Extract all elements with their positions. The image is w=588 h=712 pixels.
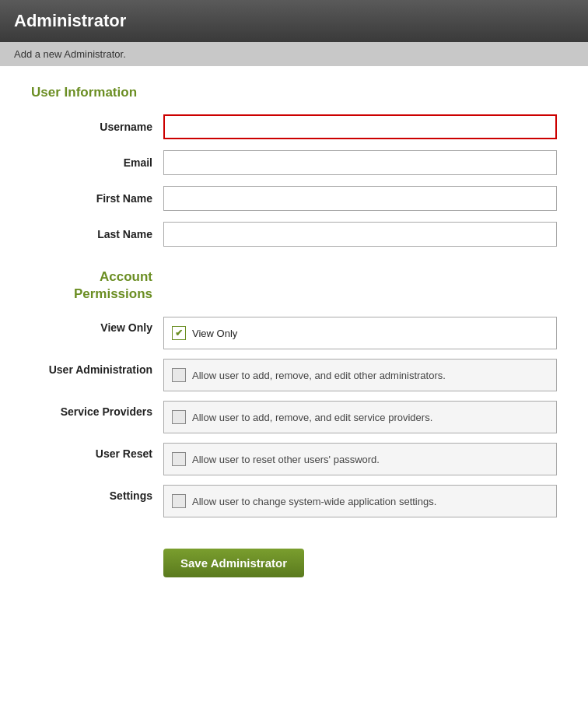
firstname-label: First Name [31, 192, 163, 205]
account-permissions-section: AccountPermissions View Only View Only U… [31, 268, 557, 517]
firstname-group: First Name [31, 186, 557, 211]
subtitle-text: Add a new Administrator. [14, 48, 126, 60]
service-providers-checkbox[interactable] [172, 410, 186, 424]
permission-view-only-row: View Only View Only [31, 317, 557, 349]
username-group: Username [31, 114, 557, 139]
user-info-title: User Information [31, 85, 557, 100]
settings-description: Allow user to change system-wide applica… [192, 496, 436, 507]
permission-service-providers-row: Service Providers Allow user to add, rem… [31, 401, 557, 433]
page-content: User Information Username Email First Na… [0, 66, 588, 609]
lastname-label: Last Name [31, 228, 163, 240]
email-label: Email [31, 156, 163, 169]
user-admin-description: Allow user to add, remove, and edit othe… [192, 370, 446, 381]
permission-settings-wrapper[interactable]: Allow user to change system-wide applica… [163, 485, 557, 517]
username-label: Username [31, 121, 163, 133]
save-administrator-button[interactable]: Save Administrator [163, 549, 304, 577]
username-input[interactable] [163, 114, 557, 139]
settings-checkbox[interactable] [172, 494, 186, 508]
service-providers-description: Allow user to add, remove, and edit serv… [192, 412, 432, 423]
permission-service-providers-wrapper[interactable]: Allow user to add, remove, and edit serv… [163, 401, 557, 433]
page-title: Administrator [14, 11, 574, 31]
permission-view-only-wrapper[interactable]: View Only [163, 317, 557, 349]
email-group: Email [31, 150, 557, 175]
permission-user-reset-row: User Reset Allow user to reset other use… [31, 443, 557, 475]
permission-service-providers-label: Service Providers [31, 401, 163, 418]
permission-user-admin-row: User Administration Allow user to add, r… [31, 359, 557, 391]
permission-user-admin-wrapper[interactable]: Allow user to add, remove, and edit othe… [163, 359, 557, 391]
permission-user-reset-label: User Reset [31, 443, 163, 460]
user-admin-checkbox[interactable] [172, 368, 186, 382]
email-input[interactable] [163, 150, 557, 175]
permission-settings-label: Settings [31, 485, 163, 502]
permission-user-admin-label: User Administration [31, 359, 163, 376]
account-permissions-title: AccountPermissions [31, 268, 152, 303]
permission-settings-row: Settings Allow user to change system-wid… [31, 485, 557, 517]
lastname-input[interactable] [163, 222, 557, 247]
permission-view-only-label: View Only [31, 317, 163, 334]
view-only-description: View Only [192, 328, 237, 339]
user-reset-checkbox[interactable] [172, 452, 186, 466]
firstname-input[interactable] [163, 186, 557, 211]
lastname-group: Last Name [31, 222, 557, 247]
permission-user-reset-wrapper[interactable]: Allow user to reset other users' passwor… [163, 443, 557, 475]
user-reset-description: Allow user to reset other users' passwor… [192, 454, 380, 465]
view-only-checkbox[interactable] [172, 326, 186, 340]
page-header: Administrator [0, 0, 588, 42]
page-subheader: Add a new Administrator. [0, 42, 588, 66]
